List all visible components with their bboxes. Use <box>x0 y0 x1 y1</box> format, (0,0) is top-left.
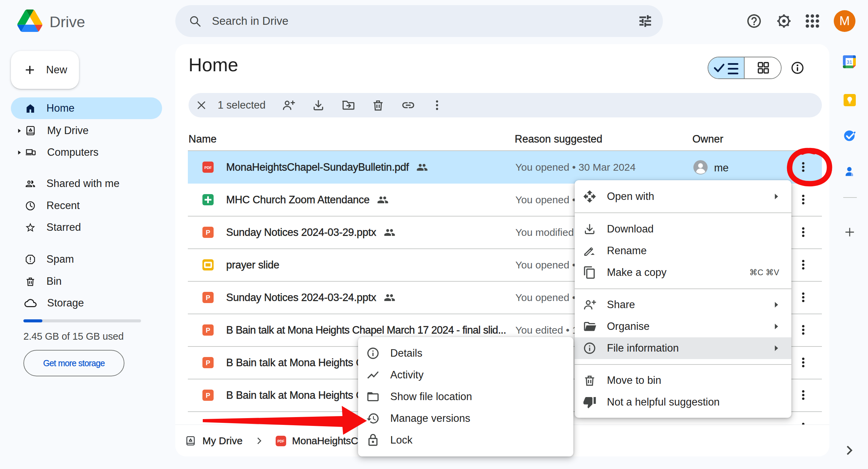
svg-text:31: 31 <box>847 59 852 65</box>
svg-text:P: P <box>206 392 210 399</box>
svg-text:P: P <box>206 326 210 334</box>
svg-text:PDF: PDF <box>278 439 285 443</box>
svg-text:P: P <box>206 294 210 301</box>
svg-text:PDF: PDF <box>204 166 212 170</box>
svg-text:P: P <box>206 229 210 236</box>
svg-text:P: P <box>206 359 210 367</box>
